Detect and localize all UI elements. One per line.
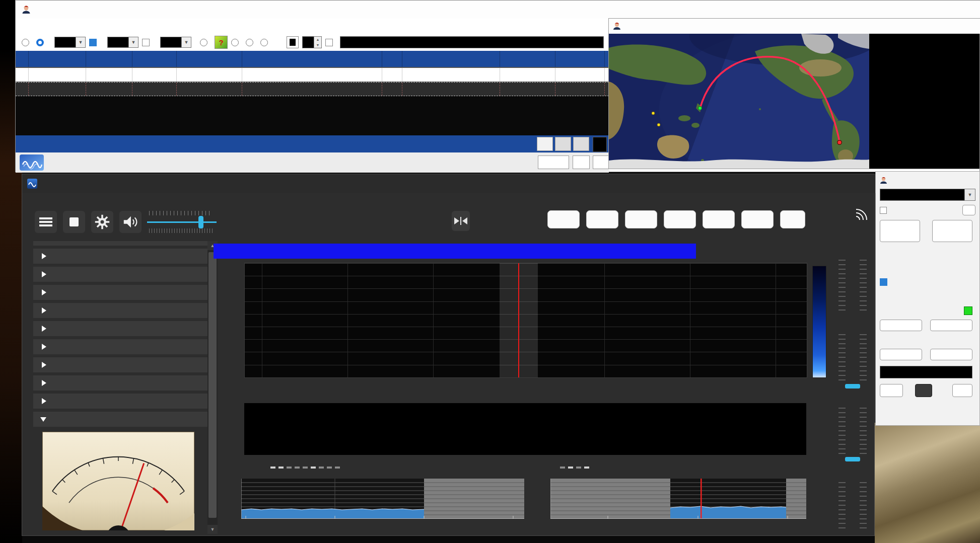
audio-filter-button[interactable] [278, 467, 284, 469]
audio-2k-button[interactable] [311, 467, 316, 469]
menu-hamburger-button[interactable] [35, 211, 57, 233]
table-row[interactable] [16, 82, 609, 96]
zoom-query-button[interactable] [555, 137, 571, 151]
next-offset-combo[interactable]: ▼ [160, 37, 191, 48]
range-slider-thumb[interactable] [845, 457, 860, 461]
pl-button[interactable] [880, 384, 903, 397]
settings-button[interactable] [91, 211, 113, 233]
next-page-button[interactable] [593, 156, 610, 169]
khz-combo[interactable]: ▼ [54, 37, 86, 48]
sidebar-item-partial[interactable] [33, 241, 207, 246]
sidebar-item-demodulator-noise-blanker[interactable] [33, 303, 207, 318]
sidebar-item-if-noise-blanker[interactable] [33, 285, 207, 300]
audio-3k-button[interactable] [327, 467, 332, 469]
mode-am[interactable] [547, 210, 580, 228]
radio-all[interactable] [22, 39, 29, 46]
page-number[interactable] [538, 156, 569, 169]
col-language[interactable] [177, 68, 242, 82]
align-a-button[interactable] [962, 205, 975, 215]
sidebar-item-recording[interactable] [33, 321, 207, 336]
ham-band-up-button[interactable] [930, 349, 972, 360]
chevron-down-icon[interactable]: ▼ [964, 189, 975, 200]
tuned-frequency-cursor[interactable] [518, 263, 519, 377]
zoom-plus-button[interactable] [537, 137, 553, 151]
now-checkbox[interactable] [89, 39, 97, 46]
if-filter-button[interactable] [584, 467, 589, 469]
chevron-down-icon[interactable]: ▼ [128, 37, 138, 47]
step-size-combo[interactable]: ▼ [880, 189, 975, 201]
chevron-down-icon[interactable]: ▼ [181, 37, 191, 47]
audio-25k-button[interactable] [319, 467, 324, 469]
rc-checkbox[interactable] [325, 39, 333, 46]
mode-cw[interactable] [780, 210, 805, 228]
volume-slider[interactable] [147, 211, 217, 233]
zoom-off-button[interactable] [573, 137, 589, 151]
step-up-button[interactable] [932, 220, 972, 242]
audio-after-button[interactable] [270, 467, 275, 469]
black-square-button[interactable] [287, 36, 299, 48]
spectrum-display[interactable] [244, 263, 807, 378]
col-days[interactable] [132, 68, 177, 82]
now-offset-combo[interactable]: ▼ [107, 37, 138, 48]
mute-button[interactable] [119, 211, 142, 233]
col-khz[interactable] [29, 68, 86, 82]
align-steps-checkbox[interactable] [880, 207, 887, 214]
sidebar-item-baseband-noise-blanker[interactable] [33, 267, 207, 282]
col-lon[interactable] [555, 68, 605, 82]
chevron-down-icon[interactable]: ▼ [76, 37, 85, 47]
filter-text-input[interactable] [340, 36, 604, 48]
col-lat[interactable] [500, 68, 555, 82]
prev-page-button[interactable] [573, 156, 590, 169]
spinner-up-icon[interactable]: ▲ [314, 37, 321, 42]
sidebar-item-s-meter[interactable] [33, 412, 207, 427]
col-station[interactable] [242, 68, 382, 82]
bc-band-up-button[interactable] [930, 320, 972, 331]
scrollbar-thumb[interactable] [208, 252, 217, 518]
mode-wfm[interactable] [625, 210, 657, 228]
tuning-frequency-field[interactable] [880, 366, 972, 378]
mode-usb[interactable] [703, 210, 735, 228]
next-checkbox[interactable] [142, 39, 150, 46]
radio-hash[interactable] [231, 39, 239, 46]
decrement-button[interactable] [915, 384, 932, 397]
if-before-button[interactable] [560, 467, 565, 469]
contrast-slider[interactable] [838, 334, 867, 380]
ham-band-down-button[interactable] [880, 349, 922, 360]
step-down-button[interactable] [880, 220, 920, 242]
enable-tuning-checkbox[interactable] [880, 278, 887, 286]
mode-nfm[interactable] [586, 210, 618, 228]
col-cou[interactable] [382, 68, 402, 82]
radio-n[interactable] [246, 39, 253, 46]
sidebar-item-frequency-manager[interactable] [33, 375, 207, 391]
audio-15k-button[interactable] [303, 467, 308, 469]
waterfall-display[interactable] [244, 403, 806, 455]
sidebar-item-band-plan[interactable] [33, 357, 207, 372]
col-utc[interactable] [86, 68, 132, 82]
range-slider[interactable] [838, 408, 867, 454]
stop-button[interactable] [63, 211, 85, 233]
if-after-button[interactable] [568, 467, 573, 469]
sidebar-scrollbar[interactable]: ▲ ▼ [207, 241, 218, 534]
volume-thumb[interactable] [198, 216, 203, 228]
radio-pilcrow[interactable] [36, 39, 44, 46]
radio-p[interactable] [200, 39, 207, 46]
radio-o[interactable] [260, 39, 268, 46]
count-spinner[interactable]: ▲▼ [302, 36, 322, 48]
mode-lsb[interactable] [741, 210, 774, 228]
sidebar-item-zoom-fft[interactable] [33, 339, 207, 354]
offset-slider[interactable] [838, 482, 867, 528]
sidebar-item-signal-diagnostics[interactable] [33, 394, 207, 409]
audio-1k-button[interactable] [295, 467, 300, 469]
spinner-down-icon[interactable]: ▼ [314, 42, 321, 48]
bc-band-down-button[interactable] [880, 320, 922, 331]
if-notch-button[interactable] [576, 467, 581, 469]
mode-dsb[interactable] [664, 210, 696, 228]
contrast-slider-thumb[interactable] [845, 384, 860, 389]
sidebar-item-if-noise-reduction[interactable] [33, 249, 207, 264]
audio-deemp-button[interactable] [287, 467, 292, 469]
scroll-down-icon[interactable]: ▼ [207, 525, 218, 534]
help-button[interactable] [952, 384, 972, 397]
antenna-query-icon[interactable]: ? [215, 36, 228, 49]
audio-35k-button[interactable] [335, 467, 340, 469]
center-tune-button[interactable] [452, 211, 470, 231]
